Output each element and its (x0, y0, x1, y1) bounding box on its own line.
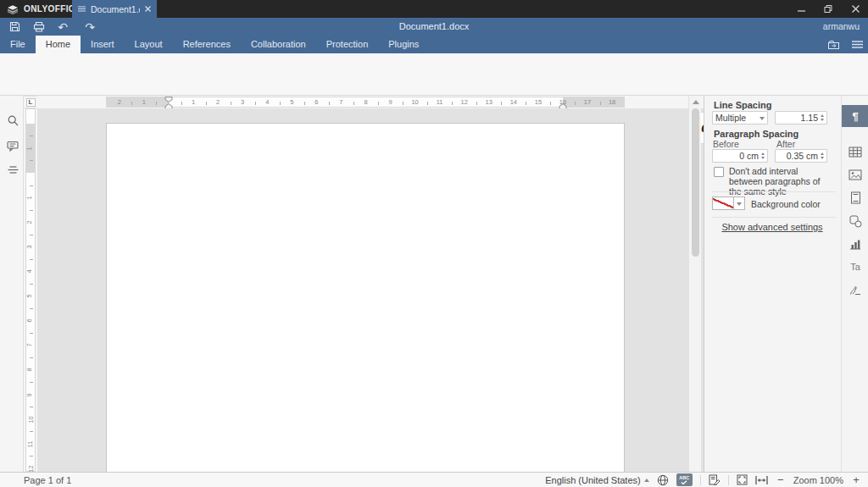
spinner-arrows-icon[interactable] (761, 150, 765, 162)
spacing-before-spinner[interactable]: 0 cm (712, 149, 768, 163)
undo-button[interactable]: ↶ (55, 20, 70, 33)
tab-stop-selector[interactable]: L (26, 98, 36, 107)
spell-check-button[interactable]: ABC (676, 473, 693, 486)
ruler-corner[interactable]: L (24, 97, 37, 108)
ruler-number: 3 (25, 246, 33, 249)
ruler-number: 2 (25, 221, 33, 224)
ruler-number: 2 (118, 98, 121, 106)
fit-width-button[interactable] (755, 475, 768, 485)
shape-settings-tab[interactable] (842, 210, 868, 232)
menu-tab-file[interactable]: File (0, 36, 36, 53)
horizontal-ruler-strip: 21123456789101112131415161718 (37, 96, 704, 108)
comments-button[interactable] (6, 139, 19, 152)
menu-tab-insert[interactable]: Insert (81, 36, 125, 53)
spacing-after-spinner[interactable]: 0.35 cm (775, 149, 827, 163)
line-spacing-value-spinner[interactable]: 1.15 (775, 111, 827, 125)
paragraph-settings-icon: ¶ (852, 110, 858, 123)
ruler-number: 9 (388, 98, 392, 106)
ruler-number: 15 (535, 98, 542, 106)
ruler-number: 6 (314, 98, 318, 106)
ruler-number: 17 (584, 98, 591, 106)
document-tab[interactable]: Document1.d... (72, 0, 157, 18)
document-page[interactable] (106, 123, 625, 472)
menu-tab-references[interactable]: References (173, 36, 241, 53)
horizontal-ruler: 21123456789101112131415161718 (106, 97, 625, 108)
menu-tab-home[interactable]: Home (36, 36, 81, 53)
search-button[interactable] (6, 113, 19, 127)
menu-tab-collaboration[interactable]: Collaboration (241, 36, 316, 53)
ruler-number: 4 (25, 270, 33, 274)
minimize-button[interactable] (788, 0, 814, 18)
ruler-number: 8 (364, 98, 367, 106)
page-icon (850, 191, 861, 204)
redo-button[interactable]: ↷ (82, 20, 97, 33)
undo-icon: ↶ (58, 20, 68, 34)
maximize-button[interactable] (815, 0, 841, 18)
status-divider (700, 475, 701, 485)
background-color-dropdown[interactable] (734, 196, 745, 210)
username-label: armanwu (823, 18, 860, 36)
menu-tab-plugins[interactable]: Plugins (378, 36, 429, 53)
spinner-arrows-icon[interactable] (821, 112, 824, 124)
fit-page-icon (737, 474, 748, 485)
signature-icon (849, 285, 861, 296)
text-art-settings-tab[interactable]: Ta (842, 256, 868, 278)
line-spacing-type-select[interactable]: Multiple (712, 111, 768, 125)
table-settings-tab[interactable] (842, 141, 868, 163)
navigation-headings-button[interactable] (6, 163, 19, 177)
show-advanced-settings-link[interactable]: Show advanced settings (704, 222, 841, 232)
document-tab-title: Document1.d... (91, 4, 140, 14)
menu-tab-layout[interactable]: Layout (125, 36, 173, 53)
header-footer-settings-tab[interactable] (842, 186, 868, 208)
language-selector[interactable]: English (United States) (545, 475, 649, 485)
spinner-arrows-icon[interactable] (821, 150, 824, 162)
print-button[interactable] (31, 20, 47, 33)
ruler-number: 1 (25, 196, 33, 199)
redo-icon: ↷ (85, 20, 95, 34)
scroll-up-arrow-icon[interactable] (693, 97, 699, 104)
chart-icon (849, 239, 861, 250)
chevron-down-icon (760, 117, 765, 123)
tab-menu-icon (78, 6, 86, 12)
ruler-number: 10 (27, 416, 35, 423)
line-spacing-type-value: Multiple (715, 113, 760, 123)
first-line-indent-marker[interactable] (164, 97, 173, 102)
window-titlebar: ONLYOFFICE Document1.d... (0, 0, 868, 18)
open-file-location-button[interactable] (827, 40, 840, 50)
ruler-number: 9 (25, 393, 33, 396)
ruler-number: 16 (559, 98, 566, 106)
set-language-button[interactable] (657, 474, 669, 486)
signature-settings-tab[interactable] (842, 279, 868, 301)
fit-width-icon (755, 475, 768, 485)
ruler-number: 1 (192, 98, 195, 106)
fit-page-button[interactable] (737, 474, 748, 485)
globe-icon (657, 474, 669, 486)
ruler-number: 8 (25, 368, 33, 372)
ruler-number: 12 (461, 98, 468, 106)
scrollbar-thumb[interactable] (692, 108, 699, 257)
image-settings-tab[interactable] (842, 163, 868, 185)
zoom-out-button[interactable]: − (776, 473, 786, 486)
background-color-label: Background color (751, 199, 821, 209)
vertical-scrollbar[interactable] (688, 96, 701, 472)
save-button[interactable] (7, 20, 22, 33)
close-button[interactable] (843, 0, 868, 18)
panel-divider (712, 191, 836, 192)
vertical-ruler-strip: 1123456789101112 (24, 108, 37, 472)
track-changes-button[interactable] (709, 474, 721, 485)
background-color-swatch[interactable] (712, 196, 734, 210)
main-menu-button[interactable] (852, 41, 863, 48)
app-logo: ONLYOFFICE (7, 0, 81, 18)
ruler-number: 1 (25, 147, 33, 150)
document-canvas (37, 108, 688, 472)
same-style-checkbox[interactable] (714, 167, 724, 177)
ruler-number: 5 (290, 98, 293, 106)
chevron-down-icon (737, 202, 742, 208)
paragraph-settings-tab[interactable]: ¶ (842, 105, 868, 127)
menu-tab-protection[interactable]: Protection (316, 36, 379, 53)
tab-close-icon[interactable] (145, 6, 151, 12)
zoom-in-button[interactable]: + (851, 473, 861, 486)
menu-right-controls (827, 36, 863, 53)
image-icon (849, 169, 862, 180)
chart-settings-tab[interactable] (842, 233, 868, 255)
